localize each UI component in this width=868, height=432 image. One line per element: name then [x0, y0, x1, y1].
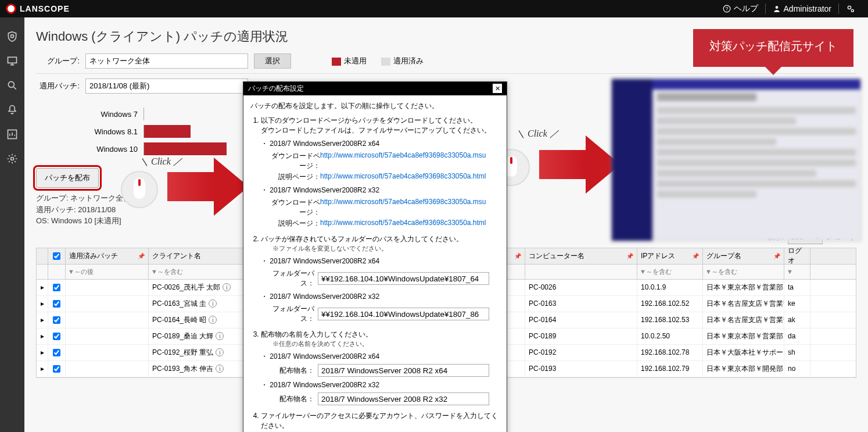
click-hint-2: ＼ Click ／: [516, 128, 559, 140]
bar-label-0: Windows 7: [36, 110, 144, 119]
computer-cell: PC-0163: [525, 296, 637, 312]
svg-point-4: [851, 9, 853, 12]
modal-title: パッチの配布設定: [248, 84, 304, 94]
group-cell: 日本￥名古屋支店￥営業部: [703, 312, 784, 328]
group-cell: 日本￥東京本部￥営業部: [703, 280, 784, 295]
filter-group[interactable]: [712, 268, 781, 275]
svg-text:?: ?: [725, 6, 728, 12]
info-icon[interactable]: i: [209, 299, 217, 308]
ip-cell: 10.0.2.50: [637, 329, 703, 344]
sidebar-bell[interactable]: [6, 103, 19, 116]
distribute-patch-button[interactable]: パッチを配布: [36, 168, 99, 188]
patch-distribution-modal: パッチの配布設定✕ パッチの配布を設定します。以下の順に操作してください。 以下…: [243, 81, 507, 432]
download-link-64[interactable]: http://www.microsoft/57aeb4ca8ef93698c33…: [320, 151, 486, 171]
ip-cell: 192.168.102.79: [637, 361, 703, 377]
modal-step1: 以下のダウンロードページからパッチをダウンロードしてください。: [261, 116, 477, 124]
row-checkbox[interactable]: [53, 316, 60, 324]
svg-rect-6: [8, 57, 17, 63]
col-group[interactable]: グループ名📌: [703, 248, 784, 264]
expand-toggle[interactable]: ▸: [37, 280, 48, 295]
svg-point-3: [848, 6, 851, 9]
modal-step3: 配布物の名前を入力してください。: [261, 330, 372, 338]
ip-cell: 192.168.102.52: [637, 296, 703, 312]
bar-label-2: Windows 10: [36, 145, 144, 153]
expand-toggle[interactable]: ▸: [37, 361, 48, 377]
modal-step3-note: ※任意の名前を決めてください。: [261, 340, 500, 348]
row-checkbox[interactable]: [53, 300, 60, 308]
sidebar-monitor[interactable]: [6, 55, 19, 67]
info-icon[interactable]: i: [216, 348, 224, 356]
folder-path-64[interactable]: [318, 272, 489, 285]
col-computer[interactable]: コンピューター名📌: [525, 248, 637, 264]
desc-link-32[interactable]: http://www.microsoft/57aeb4ca8ef93698c33…: [320, 219, 486, 229]
sidebar-gear[interactable]: [6, 152, 19, 165]
sidebar-search[interactable]: [6, 79, 19, 92]
expand-toggle[interactable]: ▸: [37, 312, 48, 328]
modal-step2-note: ※ファイル名を変更しないでください。: [261, 244, 500, 253]
patch-input[interactable]: [85, 78, 248, 94]
modal-item32: 2018/7 WindowsServer2008R2 x32: [270, 186, 379, 194]
row-checkbox[interactable]: [53, 349, 60, 356]
group-cell: 日本￥東京本部￥開発部: [703, 361, 784, 377]
computer-cell: PC-0164: [525, 312, 637, 328]
sidebar-shield[interactable]: [6, 30, 19, 43]
folder-path-32[interactable]: [318, 308, 489, 320]
external-site-preview: [611, 78, 861, 241]
header-checkbox[interactable]: [53, 252, 60, 260]
row-checkbox[interactable]: [53, 333, 60, 340]
svg-point-2: [775, 6, 778, 9]
info-icon[interactable]: i: [209, 316, 217, 324]
mouse-icon-1: [121, 171, 158, 208]
ip-cell: 192.168.102.53: [637, 312, 703, 328]
dist-name-64[interactable]: [318, 364, 489, 377]
user-menu[interactable]: Administrator: [773, 4, 831, 13]
brand-name: LANSCOPE: [20, 4, 70, 13]
computer-cell: PC-0193: [525, 361, 637, 377]
gears-icon: [846, 4, 855, 13]
col-patch[interactable]: 適用済みパッチ📌: [66, 248, 149, 264]
desc-link-64[interactable]: http://www.microsoft/57aeb4ca8ef93698c33…: [320, 172, 486, 182]
download-link-32[interactable]: http://www.microsoft/57aeb4ca8ef93698c33…: [320, 198, 486, 217]
legend-applied: 適用済み: [381, 56, 424, 66]
user-name: Administrator: [784, 4, 831, 13]
modal-step1b: ダウンロードしたファイルは、ファイルサーバーにアップしてください。: [261, 126, 491, 134]
filter-patch[interactable]: [74, 268, 146, 275]
help-label: ヘルプ: [734, 3, 758, 14]
log-cell: da: [784, 329, 810, 344]
expand-toggle[interactable]: ▸: [37, 329, 48, 344]
filter-ip[interactable]: [646, 268, 700, 275]
brand: LANSCOPE: [6, 3, 70, 14]
help-link[interactable]: ? ヘルプ: [723, 3, 758, 14]
info-icon[interactable]: i: [216, 332, 224, 340]
col-log[interactable]: ログオ: [784, 248, 810, 264]
log-cell: sh: [784, 345, 810, 360]
expand-toggle[interactable]: ▸: [37, 296, 48, 312]
log-cell: no: [784, 361, 810, 377]
row-checkbox[interactable]: [53, 365, 60, 373]
expand-toggle[interactable]: ▸: [37, 345, 48, 360]
log-cell: ak: [784, 312, 810, 328]
ip-cell: 192.168.102.78: [637, 345, 703, 360]
info-icon[interactable]: i: [223, 283, 231, 291]
info-icon[interactable]: i: [216, 365, 224, 373]
log-cell: ta: [784, 280, 810, 295]
select-group-button[interactable]: 選択: [254, 53, 291, 69]
col-ip[interactable]: IPアドレス📌: [637, 248, 703, 264]
settings-link[interactable]: [846, 4, 855, 13]
row-checkbox[interactable]: [53, 284, 60, 291]
dist-name-32[interactable]: [318, 392, 489, 405]
modal-step2: パッチが保存されているフォルダーのパスを入力してください。: [261, 235, 463, 243]
modal-item64: 2018/7 WindowsServer2008R2 x64: [270, 140, 379, 148]
sidebar: [0, 17, 24, 432]
computer-cell: PC-0192: [525, 345, 637, 360]
brand-logo-icon: [6, 3, 16, 14]
group-input[interactable]: [85, 53, 248, 69]
modal-step4: ファイルサーバーのアクセスに必要なアカウント、パスワードを入力してください。: [261, 412, 498, 430]
modal-close-button[interactable]: ✕: [493, 84, 502, 93]
sidebar-chart[interactable]: [6, 128, 19, 141]
ip-cell: 10.0.1.9: [637, 280, 703, 295]
svg-point-7: [8, 81, 14, 87]
callout-banner: 対策パッチ配信元サイト: [693, 29, 853, 67]
user-icon: [773, 5, 781, 13]
group-cell: 日本￥名古屋支店￥営業部: [703, 296, 784, 312]
